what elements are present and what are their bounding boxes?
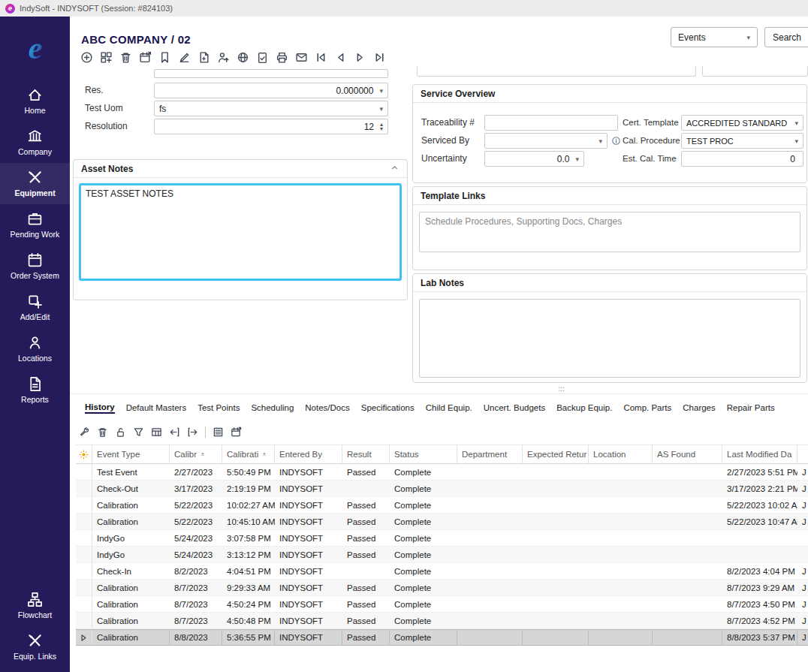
chevron-down-icon[interactable]: ▾ xyxy=(794,119,798,127)
tab-specifications[interactable]: Specifications xyxy=(361,403,415,412)
column-header-result[interactable]: Result xyxy=(342,445,390,463)
email-button[interactable] xyxy=(295,51,308,64)
bookmark-button[interactable] xyxy=(158,51,171,64)
column-header-calibr[interactable]: Calibr xyxy=(170,445,222,463)
row-selector[interactable] xyxy=(76,497,92,513)
row-selector[interactable] xyxy=(76,596,92,612)
sidebar-item-add-edit[interactable]: Add/Edit xyxy=(0,287,70,328)
chevron-down-icon[interactable]: ▾ xyxy=(794,137,798,145)
row-selector[interactable] xyxy=(76,514,92,529)
unlock-button[interactable] xyxy=(115,426,126,438)
lab-notes-textarea[interactable] xyxy=(419,299,800,378)
table-row[interactable]: Calibration5/22/202310:45:10 AMINDYSOFTP… xyxy=(76,514,808,530)
cal-procedure-dropdown[interactable]: TEST PROC ▾ xyxy=(681,133,803,149)
copy-document-button[interactable] xyxy=(197,51,210,64)
template-links-box[interactable]: Schedule Procedures, Supporting Docs, Ch… xyxy=(419,212,800,252)
row-selector[interactable] xyxy=(76,613,92,628)
serviced-by-dropdown[interactable]: ▾ xyxy=(484,133,608,149)
row-selector[interactable] xyxy=(76,481,92,496)
search-button[interactable]: Search xyxy=(764,27,808,47)
sidebar-item-company[interactable]: Company xyxy=(0,122,70,163)
row-selector[interactable] xyxy=(76,530,92,546)
tab-uncert-budgets[interactable]: Uncert. Budgets xyxy=(484,403,545,412)
row-selector[interactable] xyxy=(76,630,92,645)
sidebar-item-reports[interactable]: Reports xyxy=(0,369,70,411)
collapse-icon[interactable] xyxy=(390,163,399,175)
res-input[interactable]: 0.000000 ▾ xyxy=(154,83,388,98)
chevron-down-icon[interactable]: ▾ xyxy=(379,87,383,95)
check-out-button[interactable] xyxy=(187,426,198,438)
chevron-down-icon[interactable]: ▾ xyxy=(598,137,602,145)
column-header-last-modified-da[interactable]: Last Modified Da xyxy=(722,445,797,463)
delete-button[interactable] xyxy=(97,426,108,438)
info-icon[interactable] xyxy=(611,136,621,146)
next-record-button[interactable] xyxy=(354,51,366,64)
event-schedule-button[interactable] xyxy=(139,51,152,64)
table-row[interactable]: Calibration8/7/20234:50:24 PMINDYSOFTPas… xyxy=(76,596,808,613)
tab-child-equip[interactable]: Child Equip. xyxy=(426,403,472,412)
print-button[interactable] xyxy=(276,51,288,64)
traceability-input[interactable] xyxy=(484,115,618,131)
user-upload-button[interactable] xyxy=(217,51,230,64)
sidebar-item-order-system[interactable]: Order System xyxy=(0,246,70,287)
column-header-calibrati[interactable]: Calibrati xyxy=(222,445,275,463)
column-header-expected-retur[interactable]: Expected Retur xyxy=(523,445,589,463)
tasks-button[interactable] xyxy=(256,51,269,64)
sidebar-item-locations[interactable]: Locations xyxy=(0,328,70,369)
column-header-as-found[interactable]: AS Found xyxy=(653,445,722,463)
first-record-button[interactable] xyxy=(315,51,327,64)
row-selector[interactable] xyxy=(76,580,92,595)
prev-record-button[interactable] xyxy=(334,51,347,64)
cert-template-dropdown[interactable]: ACCREDITED STANDARD ▾ xyxy=(681,115,803,131)
tab-scheduling[interactable]: Scheduling xyxy=(251,403,294,412)
partial-input[interactable] xyxy=(154,69,388,78)
row-selector[interactable] xyxy=(76,547,92,562)
list-view-button[interactable] xyxy=(213,426,224,438)
column-header-status[interactable]: Status xyxy=(390,445,457,463)
add-record-button[interactable] xyxy=(100,51,113,64)
column-header-event-type[interactable]: Event Type xyxy=(92,445,170,463)
edit-button[interactable] xyxy=(178,51,191,64)
test-uom-dropdown[interactable]: fs ▾ xyxy=(154,101,388,116)
delete-button[interactable] xyxy=(119,51,132,64)
table-row[interactable]: IndyGo5/24/20233:07:58 PMINDYSOFTPassedC… xyxy=(76,530,808,547)
table-row[interactable]: Check-In8/2/20234:04:51 PMINDYSOFTComple… xyxy=(76,563,808,580)
tab-test-points[interactable]: Test Points xyxy=(197,403,240,412)
splitter-handle[interactable]: ⋯⋯ xyxy=(554,386,569,392)
tab-notes-docs[interactable]: Notes/Docs xyxy=(305,403,349,412)
filter-button[interactable] xyxy=(133,426,144,438)
asset-notes-textarea[interactable]: TEST ASSET NOTES xyxy=(79,183,402,281)
sidebar-item-pending-work[interactable]: Pending Work xyxy=(0,204,70,246)
chevron-down-icon[interactable]: ▾ xyxy=(575,155,579,163)
sidebar-item-home[interactable]: Home xyxy=(0,80,70,122)
add-button[interactable] xyxy=(80,51,93,64)
event-schedule-button[interactable] xyxy=(231,426,242,438)
check-in-button[interactable] xyxy=(169,426,180,438)
tab-backup-equip[interactable]: Backup Equip. xyxy=(556,403,612,412)
table-row[interactable]: Check-Out3/17/20232:19:19 PMINDYSOFTComp… xyxy=(76,481,808,497)
column-header-location[interactable]: Location xyxy=(589,445,653,463)
column-header-department[interactable]: Department xyxy=(457,445,523,463)
row-selector[interactable] xyxy=(76,464,92,480)
uncertainty-input[interactable]: 0.0 ▾ xyxy=(484,151,584,167)
est-cal-time-input[interactable]: 0 xyxy=(681,151,803,167)
web-button[interactable] xyxy=(237,51,249,64)
resolution-input[interactable]: 12 ▴▾ xyxy=(154,119,388,134)
table-row[interactable]: Calibration8/7/20239:29:33 AMINDYSOFTPas… xyxy=(76,580,808,596)
tab-repair-parts[interactable]: Repair Parts xyxy=(727,403,775,412)
chevron-down-icon[interactable]: ▾ xyxy=(379,105,383,113)
row-selector[interactable] xyxy=(76,563,92,579)
spinner-icon[interactable]: ▴▾ xyxy=(380,122,383,131)
table-row[interactable]: Calibration8/7/20234:50:48 PMINDYSOFTPas… xyxy=(76,613,808,629)
column-header-entered-by[interactable]: Entered By xyxy=(275,445,342,463)
table-row[interactable]: IndyGo5/24/20233:13:12 PMINDYSOFTPassedC… xyxy=(76,547,808,563)
tab-charges[interactable]: Charges xyxy=(683,403,715,412)
last-record-button[interactable] xyxy=(373,51,386,64)
events-dropdown[interactable]: Events ▾ xyxy=(671,27,758,47)
table-row[interactable]: Test Event2/27/20235:50:49 PMINDYSOFTPas… xyxy=(76,464,808,481)
table-row[interactable]: Calibration8/8/20235:36:55 PMINDYSOFTPas… xyxy=(76,629,808,646)
service-wrench-button[interactable] xyxy=(79,426,90,438)
sidebar-item-equip-links[interactable]: Equip. Links xyxy=(0,626,70,667)
sidebar-item-equipment[interactable]: Equipment xyxy=(0,163,70,204)
tab-default-masters[interactable]: Default Masters xyxy=(126,403,187,412)
